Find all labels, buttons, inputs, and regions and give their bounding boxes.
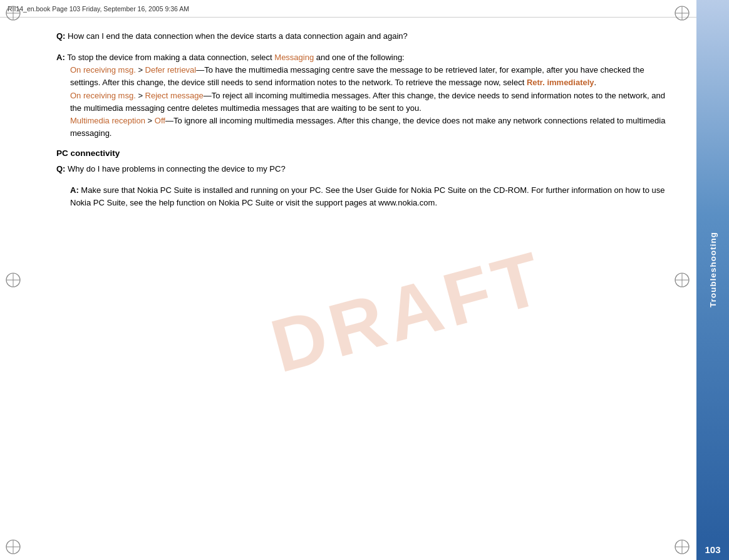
a1-option2: On receiving msg. > Reject message—To re… xyxy=(70,90,673,115)
a1-on-receiving-1: On receiving msg. xyxy=(70,65,136,75)
a1-multimedia-reception: Multimedia reception xyxy=(70,116,145,125)
a2-text: Make sure that Nokia PC Suite is install… xyxy=(70,185,664,207)
a1-label: A: xyxy=(56,53,67,62)
a1-sep2: > xyxy=(136,91,145,100)
a1-defer-retrieval: Defer retrieval xyxy=(145,65,197,75)
a2-label: A: xyxy=(70,185,81,195)
a1-option1: On receiving msg. > Defer retrieval—To h… xyxy=(70,64,673,89)
a1-option3: Multimedia reception > Off—To ignore all… xyxy=(70,115,673,140)
a1-intro: To stop the device from making a data co… xyxy=(67,53,404,62)
sidebar-label: Troubleshooting xyxy=(708,232,718,308)
a1-reject-message: Reject message xyxy=(145,91,204,100)
corner-mark-mid-left xyxy=(4,271,23,289)
corner-mark-bl xyxy=(4,537,23,556)
a1-options: On receiving msg. > Defer retrieval—To h… xyxy=(56,64,673,140)
qa-block-a1: A: To stop the device from making a data… xyxy=(56,51,673,140)
page-number: 103 xyxy=(705,544,720,555)
main-content: Q: How can I end the data connection whe… xyxy=(50,18,691,535)
a1-sep3: > xyxy=(145,116,155,125)
a1-link-messaging: Messaging xyxy=(274,53,314,62)
page-number-box: 103 xyxy=(696,539,729,560)
section-heading-pc: PC connectivity xyxy=(56,148,673,158)
header-bar: RII14_en.book Page 103 Friday, September… xyxy=(0,0,729,18)
sidebar-tab: Troubleshooting xyxy=(696,0,729,539)
q1-label: Q: xyxy=(56,31,68,41)
q2-label: Q: xyxy=(56,164,68,174)
qa-block-1: Q: How can I end the data connection whe… xyxy=(56,30,673,43)
a1-off: Off xyxy=(155,116,165,125)
a1-retr-immediately: Retr. immediately xyxy=(527,78,594,87)
header-text: RII14_en.book Page 103 Friday, September… xyxy=(8,5,189,13)
a2-content: A: Make sure that Nokia PC Suite is inst… xyxy=(56,184,673,209)
qa-block-a2: A: Make sure that Nokia PC Suite is inst… xyxy=(56,184,673,209)
a1-on-receiving-2: On receiving msg. xyxy=(70,91,136,100)
corner-mark-tl xyxy=(4,4,23,23)
q2-text: Why do I have problems in connecting the… xyxy=(68,164,286,174)
q1-text: How can I end the data connection when t… xyxy=(68,31,408,41)
corner-mark-br xyxy=(673,537,691,556)
qa-block-2: Q: Why do I have problems in connecting … xyxy=(56,163,673,175)
a1-sep1: > xyxy=(136,65,145,75)
